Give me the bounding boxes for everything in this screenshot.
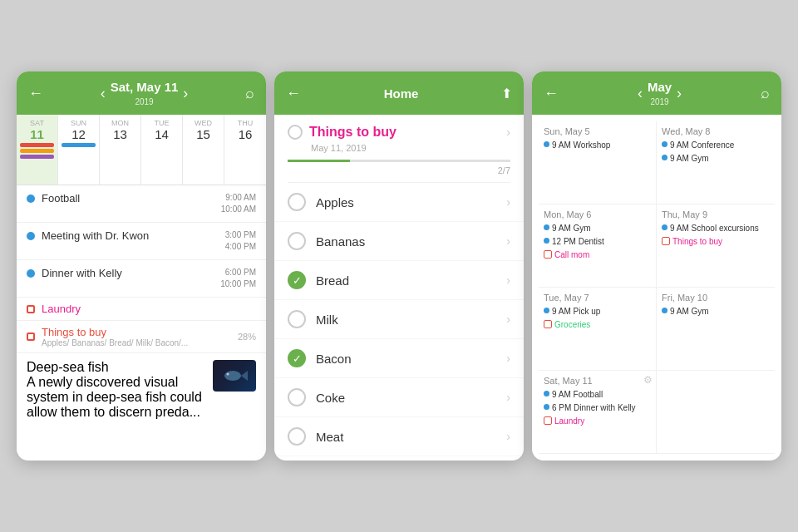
may10-today-badge: Fri, May 10 (662, 293, 707, 303)
may6-dot2 (544, 238, 549, 244)
event-dinner-kelly[interactable]: Dinner with Kelly 6:00 PM10:00 PM (17, 260, 266, 298)
bananas-check[interactable] (288, 232, 306, 250)
panel3-prev-icon[interactable]: ‹ (638, 85, 643, 102)
may5-dot1 (544, 141, 549, 147)
bacon-check[interactable] (288, 349, 306, 367)
things-name: Things to buy (42, 326, 231, 338)
sun-bar-1 (62, 143, 96, 147)
may6-rem-text1: Call mom (554, 249, 589, 260)
panel1-prev-icon[interactable]: ‹ (101, 85, 106, 102)
week-label-sat: SAT (30, 119, 44, 127)
week-day-wed[interactable]: WED 15 (183, 115, 224, 185)
week-header: SAT 11 SUN 12 MON 13 (17, 115, 266, 185)
week-num-tue: 14 (143, 127, 180, 141)
news-title: Deep-sea fish (27, 360, 206, 375)
panel3-search-icon[interactable]: ⌕ (761, 85, 770, 102)
panel3-nav-arrows: ‹ May 2019 › (638, 80, 682, 106)
week-day-tue[interactable]: TUE 14 (141, 115, 183, 185)
may8-dot2 (662, 155, 667, 160)
week-day-mon[interactable]: MON 13 (100, 115, 141, 185)
panel3-header: ← ‹ May 2019 › ⌕ (532, 71, 781, 115)
may6-text1: 9 AM Gym (552, 223, 591, 234)
month-cell-may11[interactable]: Sat, May 11 ⚙ 9 AM Football 6 PM Dinner … (539, 371, 657, 454)
may11-dot1 (544, 391, 549, 397)
week-label-tue: TUE (155, 119, 170, 127)
may8-header: Wed, May 8 (662, 126, 770, 136)
panel1-back-icon[interactable]: ← (28, 85, 43, 102)
may9-rem-text1: Things to buy (672, 236, 722, 247)
wed-events (185, 141, 222, 181)
panel3-title-group: May 2019 (648, 80, 672, 106)
may6-rem-icon1 (544, 250, 552, 259)
month-cell-may10[interactable]: Fri, May 10 9 AM Gym (657, 288, 775, 371)
bread-check[interactable] (288, 271, 306, 289)
may7-reminder1: Groceries (544, 319, 651, 330)
panel2-back-icon[interactable]: ← (286, 85, 301, 102)
checklist-bacon[interactable]: Bacon › (274, 339, 524, 378)
checklist-bananas[interactable]: Bananas › (274, 222, 524, 261)
panel1-title: Sat, May 11 (111, 80, 179, 94)
football-name: Football (42, 192, 214, 204)
screen: ← ‹ Sat, May 11 2019 › ⌕ SAT 11 (0, 55, 798, 477)
checklist-meat[interactable]: Meat › (274, 417, 524, 456)
kelly-time: 6:00 PM10:00 PM (220, 267, 256, 290)
may7-event1: 9 AM Pick up (544, 306, 651, 317)
may11-text1: 9 AM Football (552, 389, 603, 400)
bread-label: Bread (316, 273, 496, 288)
month-cell-may5[interactable]: Sun, May 5 9 AM Workshop (539, 121, 657, 204)
panel3-next-icon[interactable]: › (677, 85, 682, 102)
milk-check[interactable] (288, 310, 306, 328)
event-dr-kwon[interactable]: Meeting with Dr. Kwon 3:00 PM4:00 PM (17, 223, 266, 260)
kwon-name: Meeting with Dr. Kwon (42, 229, 219, 242)
news-content: Deep-sea fish A newly discovered visual … (27, 360, 206, 420)
fish-svg (221, 367, 248, 384)
month-cell-may9[interactable]: Thu, May 9 9 AM School excursions Things… (657, 204, 775, 288)
meat-label: Meat (316, 430, 496, 444)
bananas-label: Bananas (316, 234, 496, 249)
coke-check[interactable] (288, 388, 306, 406)
checklist-milk[interactable]: Milk › (274, 300, 524, 339)
may8-dot1 (662, 141, 667, 147)
week-day-sun[interactable]: SUN 12 (58, 115, 100, 185)
bacon-chevron: › (506, 352, 510, 365)
may9-text1: 9 AM School excursions (670, 223, 759, 234)
panel2-header: ← Home ⬆ (274, 71, 524, 115)
coke-label: Coke (316, 391, 496, 405)
list-title: Things to buy (309, 125, 500, 140)
week-day-thu[interactable]: THU 16 (224, 115, 266, 185)
sun-events (60, 141, 97, 181)
panel3-subtitle: 2019 (650, 97, 668, 106)
month-cell-may6[interactable]: Mon, May 6 9 AM Gym 12 PM Dentist Call m… (539, 204, 657, 288)
checklist-apples[interactable]: Apples › (274, 183, 524, 222)
sat-events (18, 141, 56, 181)
may11-event1: 9 AM Football (544, 389, 651, 400)
panel1-search-icon[interactable]: ⌕ (245, 85, 254, 102)
things-info: Things to buy Apples/ Bananas/ Bread/ Mi… (42, 326, 231, 347)
reminder-things-to-buy[interactable]: Things to buy Apples/ Bananas/ Bread/ Mi… (17, 321, 266, 353)
checklist-bread[interactable]: Bread › (274, 261, 524, 300)
meat-chevron: › (506, 430, 510, 443)
panel3-back-icon[interactable]: ← (544, 85, 559, 102)
event-football[interactable]: Football 9:00 AM10:00 AM (17, 185, 266, 223)
checklist-coke[interactable]: Coke › (274, 378, 524, 417)
week-day-sat[interactable]: SAT 11 (17, 115, 58, 185)
panel1-next-icon[interactable]: › (183, 85, 188, 102)
reminder-laundry[interactable]: Laundry (17, 298, 266, 321)
panel2-share-icon[interactable]: ⬆ (501, 86, 512, 101)
may9-reminder1: Things to buy (662, 236, 770, 247)
may10-event1: 9 AM Gym (662, 306, 770, 317)
may7-rem-text1: Groceries (554, 319, 590, 330)
may7-header: Tue, May 7 (544, 293, 651, 303)
may9-event1: 9 AM School excursions (662, 223, 770, 234)
news-item[interactable]: Deep-sea fish A newly discovered visual … (17, 353, 266, 426)
month-cell-may8[interactable]: Wed, May 8 9 AM Conference 9 AM Gym (657, 121, 775, 204)
list-title-row[interactable]: Things to buy › (274, 115, 524, 143)
apples-check[interactable] (288, 193, 306, 211)
svg-point-0 (224, 371, 241, 381)
may5-event1: 9 AM Workshop (544, 140, 651, 150)
month-cell-may7[interactable]: Tue, May 7 9 AM Pick up Groceries (539, 288, 657, 371)
may10-dot1 (662, 308, 667, 313)
bread-chevron: › (506, 273, 510, 287)
may7-rem-icon1 (544, 320, 552, 328)
meat-check[interactable] (288, 427, 306, 446)
